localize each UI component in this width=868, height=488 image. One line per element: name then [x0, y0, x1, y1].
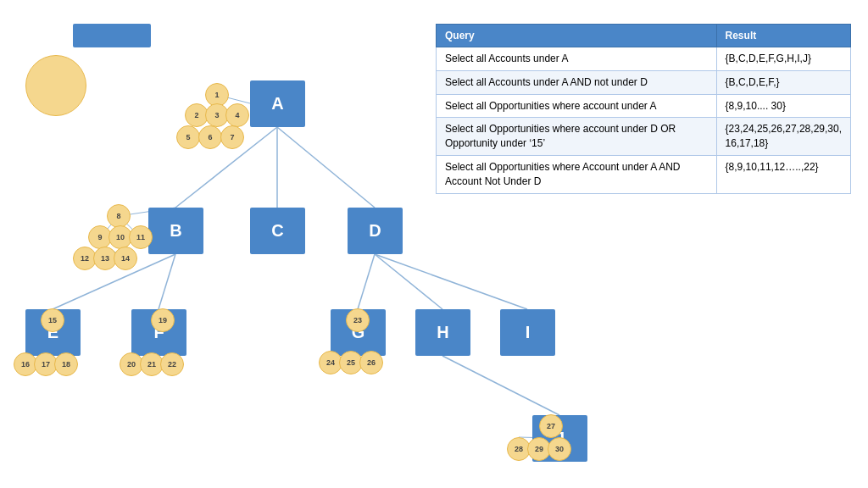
- circle-4: 4: [225, 103, 249, 127]
- circle-7: 7: [220, 125, 244, 149]
- table-cell-query: Select all Accounts under A AND not unde…: [437, 70, 717, 94]
- node-A: A: [250, 80, 305, 127]
- svg-line-6: [358, 254, 375, 309]
- table-row: Select all Opportunities where account u…: [437, 118, 851, 156]
- table-cell-result: {23,24,25,26,27,28,29,30, 16,17,18}: [716, 118, 850, 156]
- circle-5: 5: [176, 125, 200, 149]
- circle-26: 26: [359, 351, 383, 374]
- svg-line-9: [442, 356, 559, 415]
- query-table: Query Result Select all Accounts under A…: [436, 24, 851, 194]
- table-cell-query: Select all Opportunities where Account u…: [437, 155, 717, 193]
- table-header-query: Query: [437, 25, 717, 47]
- table-cell-query: Select all Accounts under A: [437, 47, 717, 71]
- table-cell-result: {B,C,D,E,F,G,H,I,J}: [716, 47, 850, 71]
- circle-27: 27: [539, 414, 563, 438]
- svg-line-5: [159, 254, 175, 309]
- node-D: D: [348, 208, 403, 254]
- legend-opportunity-circle: [25, 55, 86, 116]
- circle-30: 30: [548, 437, 571, 461]
- table-row: Select all Opportunities where account u…: [437, 94, 851, 118]
- table-row: Select all Opportunities where Account u…: [437, 155, 851, 193]
- circle-14: 14: [114, 247, 137, 270]
- table-row: Select all Accounts under A{B,C,D,E,F,G,…: [437, 47, 851, 71]
- circle-19: 19: [151, 308, 175, 332]
- table-cell-query: Select all Opportunities where account u…: [437, 94, 717, 118]
- table-cell-result: {8,9,10,11,12…..,22}: [716, 155, 850, 193]
- node-I: I: [500, 309, 555, 356]
- table-cell-result: {8,9,10.... 30}: [716, 94, 850, 118]
- legend-account-box: [73, 24, 151, 47]
- svg-line-7: [375, 254, 442, 309]
- table-row: Select all Accounts under A AND not unde…: [437, 70, 851, 94]
- svg-line-8: [375, 254, 527, 309]
- circle-11: 11: [129, 225, 153, 249]
- table-header-result: Result: [716, 25, 850, 47]
- node-H: H: [415, 309, 470, 356]
- circle-15: 15: [41, 308, 64, 332]
- svg-line-2: [277, 127, 375, 208]
- circle-6: 6: [198, 125, 222, 149]
- circle-8: 8: [107, 204, 131, 228]
- node-B: B: [148, 208, 203, 254]
- table-cell-result: {B,C,D,E,F,}: [716, 70, 850, 94]
- diagram: ABCDEFGHIJ 12345678910111213141516171819…: [0, 0, 868, 488]
- circle-18: 18: [54, 352, 78, 376]
- circle-22: 22: [160, 352, 184, 376]
- node-C: C: [250, 208, 305, 254]
- circle-23: 23: [346, 308, 370, 332]
- table-cell-query: Select all Opportunities where account u…: [437, 118, 717, 156]
